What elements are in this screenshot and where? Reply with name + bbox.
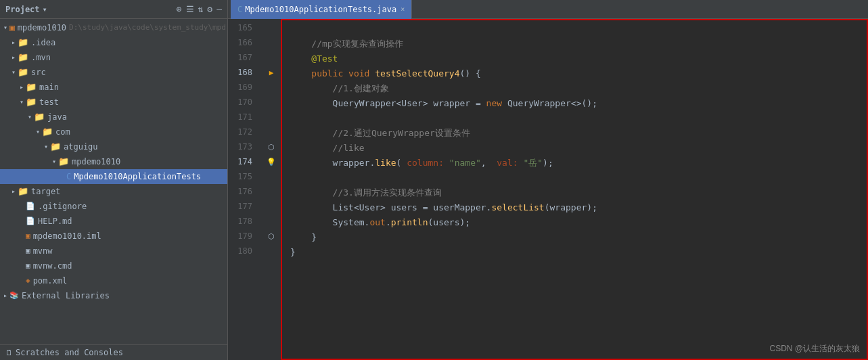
sort-icon[interactable]: ⇅ xyxy=(198,4,204,14)
gutter-171 xyxy=(262,110,281,125)
editor[interactable]: 165 166 167 168 169 170 171 172 173 174 … xyxy=(228,19,868,360)
gutter-176 xyxy=(262,184,281,199)
tree-item-src[interactable]: ▾ 📁 src xyxy=(0,65,227,80)
tree-item-mvnw[interactable]: ▣ mvnw xyxy=(0,244,227,258)
code-line-174: wrapper.like( column: "name", val: "岳"); xyxy=(290,156,867,171)
code-line-172: //2.通过QueryWrapper设置条件 xyxy=(290,126,867,141)
code-editor-content[interactable]: //mp实现复杂查询操作 @Test public void testSelec… xyxy=(281,19,868,360)
code-line-173: //like xyxy=(290,141,867,156)
scratches-icon: 🗒 xyxy=(5,348,13,357)
code-line-180: } xyxy=(290,245,867,260)
scratches-and-consoles[interactable]: 🗒 Scratches and Consoles xyxy=(0,345,227,360)
code-line-165 xyxy=(290,22,867,37)
code-line-175 xyxy=(290,171,867,185)
tree-item-idea[interactable]: ▸ 📁 .idea xyxy=(0,35,227,50)
gutter-179-bookmark[interactable]: ⬡ xyxy=(262,229,281,244)
code-line-170: QueryWrapper<User> wrapper = new QueryWr… xyxy=(290,96,867,111)
tree-item-external-libraries[interactable]: ▸ 📚 External Libraries xyxy=(0,288,227,303)
tree-item-com[interactable]: ▾ 📁 com xyxy=(0,125,227,139)
gutter-170 xyxy=(262,95,281,110)
gutter: ▶ ⬡ 💡 ⬡ xyxy=(262,19,281,360)
project-tree: ▾ ▣ mpdemo1010 D:\study\java\code\system… xyxy=(0,19,227,344)
code-line-168: public void testSelectQuery4() { xyxy=(290,66,867,81)
watermark: CSDN @认生活的灰太狼 xyxy=(769,341,860,356)
tab-bar: C Mpdemo1010ApplicationTests.java × xyxy=(228,0,868,19)
tree-item-test[interactable]: ▾ 📁 test xyxy=(0,95,227,110)
tree-item-gitignore[interactable]: 📄 .gitignore xyxy=(0,199,227,214)
tree-item-iml[interactable]: ▣ mpdemo1010.iml xyxy=(0,229,227,244)
gutter-172 xyxy=(262,125,281,139)
scratches-label: Scratches and Consoles xyxy=(16,348,123,357)
tree-item-target[interactable]: ▸ 📁 target xyxy=(0,184,227,199)
code-line-167: @Test xyxy=(290,51,867,66)
gutter-178 xyxy=(262,214,281,229)
sidebar-chevron[interactable]: ▾ xyxy=(43,5,47,14)
tree-item-pomxml[interactable]: ◈ pom.xml xyxy=(0,273,227,288)
sidebar-title-area: Project ▾ xyxy=(5,5,47,14)
gutter-167 xyxy=(262,50,281,65)
tree-item-java[interactable]: ▾ 📁 java xyxy=(0,110,227,125)
code-line-166: //mp实现复杂查询操作 xyxy=(290,37,867,51)
code-line-176: //3.调用方法实现条件查询 xyxy=(290,185,867,200)
gutter-173-bookmark[interactable]: ⬡ xyxy=(262,139,281,154)
sidebar: Project ▾ ⊕ ☰ ⇅ ⚙ — ▾ ▣ mpdemo1010 D:\st… xyxy=(0,0,228,360)
sidebar-header: Project ▾ ⊕ ☰ ⇅ ⚙ — xyxy=(0,0,227,19)
tree-item-helpmd[interactable]: 📄 HELP.md xyxy=(0,214,227,229)
tab-close-button[interactable]: × xyxy=(401,5,405,13)
code-line-179: } xyxy=(290,230,867,245)
gutter-165 xyxy=(262,20,281,35)
code-line-177: List<User> users = userMapper.selectList… xyxy=(290,200,867,215)
sidebar-bottom: 🗒 Scratches and Consoles xyxy=(0,344,227,360)
gutter-175 xyxy=(262,169,281,184)
code-line-178: System.out.println(users); xyxy=(290,215,867,230)
code-area: C Mpdemo1010ApplicationTests.java × 165 … xyxy=(228,0,868,360)
tree-item-mvnw-cmd[interactable]: ▣ mvnw.cmd xyxy=(0,258,227,273)
line-numbers: 165 166 167 168 169 170 171 172 173 174 … xyxy=(228,19,262,360)
tree-item-mvn[interactable]: ▸ 📁 .mvn xyxy=(0,50,227,65)
minimize-icon[interactable]: — xyxy=(216,4,222,14)
gutter-168-arrow[interactable]: ▶ xyxy=(262,65,281,80)
structure-icon[interactable]: ☰ xyxy=(186,4,194,14)
gutter-169 xyxy=(262,80,281,95)
tab-application-tests[interactable]: C Mpdemo1010ApplicationTests.java × xyxy=(231,0,412,19)
code-line-169: //1.创建对象 xyxy=(290,81,867,96)
code-line-171 xyxy=(290,111,867,126)
sidebar-title[interactable]: Project xyxy=(5,5,40,14)
tree-item-application-tests[interactable]: C Mpdemo1010ApplicationTests xyxy=(0,169,227,184)
tree-item-mpdemo1010-pkg[interactable]: ▾ 📁 mpdemo1010 xyxy=(0,154,227,169)
add-icon[interactable]: ⊕ xyxy=(177,4,182,14)
gutter-177 xyxy=(262,199,281,214)
gutter-166 xyxy=(262,35,281,50)
sidebar-toolbar: ⊕ ☰ ⇅ ⚙ — xyxy=(177,4,222,14)
java-file-icon: C xyxy=(237,5,242,14)
tree-item-main[interactable]: ▸ 📁 main xyxy=(0,80,227,95)
gutter-180 xyxy=(262,244,281,258)
tab-label: Mpdemo1010ApplicationTests.java xyxy=(245,5,396,14)
tree-item-mpdemo1010[interactable]: ▾ ▣ mpdemo1010 D:\study\java\code\system… xyxy=(0,20,227,35)
gutter-174-bulb[interactable]: 💡 xyxy=(262,154,281,169)
tree-item-atguigu[interactable]: ▾ 📁 atguigu xyxy=(0,139,227,154)
settings-icon[interactable]: ⚙ xyxy=(207,4,212,14)
